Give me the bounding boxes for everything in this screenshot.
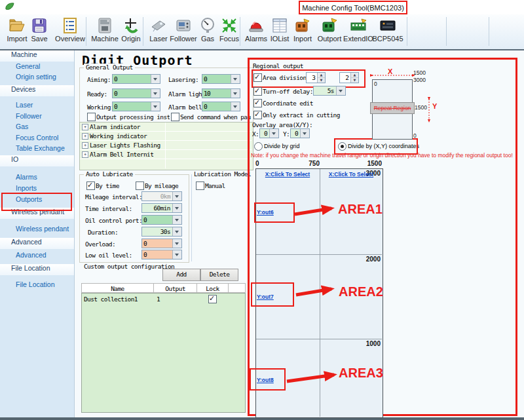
- dropdown-arrow-icon: [172, 239, 181, 248]
- preview-y-max: 3000: [413, 77, 426, 83]
- working-select[interactable]: 0: [112, 102, 160, 111]
- sidebar-header-io[interactable]: IO: [0, 155, 74, 166]
- general-output-label: General Output: [84, 64, 135, 71]
- coordinate-edit-checkbox[interactable]: [253, 99, 262, 107]
- time-interval-select[interactable]: 60min: [141, 203, 182, 213]
- ready-select[interactable]: 0: [112, 88, 160, 98]
- sidebar-item-laser[interactable]: Laser: [0, 101, 74, 112]
- x-select-link-col1[interactable]: X:Click To Select: [265, 171, 310, 178]
- dropdown-arrow-icon: [231, 75, 240, 83]
- turn-off-delay-select[interactable]: 5s: [313, 86, 346, 96]
- sidebar-item-outports[interactable]: Outports: [0, 195, 74, 206]
- toolbar-overview-button[interactable]: Overview: [53, 17, 87, 43]
- column-header-output[interactable]: Output: [153, 283, 197, 293]
- area-division-rows-spinner[interactable]: 3▲▼: [306, 72, 326, 83]
- sidebar-item-focus-control[interactable]: Focus Control: [0, 134, 74, 145]
- sidebar-item-origin-setting[interactable]: Origin setting: [0, 73, 74, 84]
- expand-plus-icon[interactable]: +: [82, 151, 88, 158]
- table-row-lock-checkbox[interactable]: [208, 295, 217, 303]
- toolbar-separator: [446, 17, 447, 46]
- divide-by-xy-radio[interactable]: [338, 142, 346, 151]
- x-select-link-col2[interactable]: X:Click To Select: [329, 171, 373, 178]
- indicator-row-alarm[interactable]: +Alarm indicator: [80, 123, 252, 132]
- sidebar-item-general[interactable]: General: [0, 62, 74, 73]
- expand-plus-icon[interactable]: +: [82, 124, 88, 130]
- expand-plus-icon[interactable]: +: [82, 133, 88, 140]
- overload-label: Overload:: [85, 240, 115, 248]
- oil-control-port-label: Oil control port:: [85, 217, 142, 224]
- sidebar-header-advanced[interactable]: Advanced: [0, 238, 74, 249]
- alarm-bell-label: Alarm bell:: [168, 104, 205, 111]
- column-header-name[interactable]: Name: [81, 283, 154, 293]
- lasering-select[interactable]: 0: [202, 74, 240, 84]
- duration-select[interactable]: 30s: [141, 227, 182, 237]
- sidebar-header-devices[interactable]: Devices: [0, 85, 74, 96]
- divide-by-grid-radio[interactable]: [254, 142, 263, 151]
- sidebar-item-follower[interactable]: Follower: [0, 112, 74, 123]
- overlay-x-label: X:: [252, 130, 259, 138]
- working-label: Working:: [87, 104, 114, 111]
- only-extract-checkbox[interactable]: [253, 111, 262, 119]
- y-out7-link[interactable]: Y:out7: [257, 294, 274, 300]
- overlay-x-select[interactable]: 0: [259, 128, 279, 138]
- sidebar-header-machine[interactable]: Machine: [0, 50, 74, 62]
- ready-label: Ready:: [87, 90, 107, 98]
- custom-output-label: Custom output configuration: [84, 263, 174, 270]
- sidebar-item-advanced[interactable]: Advanced: [0, 251, 74, 262]
- oil-control-port-select[interactable]: 0: [141, 215, 182, 225]
- low-oil-level-select[interactable]: 0: [141, 250, 182, 259]
- by-time-checkbox[interactable]: [86, 181, 95, 190]
- sidebar-header-file-location[interactable]: File Location: [0, 264, 74, 275]
- toolbar-label: BCP5045: [371, 35, 405, 43]
- indicator-list: +Alarm indicator +Working indicator +Las…: [79, 122, 253, 170]
- alarm-light-select[interactable]: 10: [202, 88, 240, 98]
- area-division-checkbox[interactable]: [253, 73, 262, 82]
- indicator-row-working[interactable]: +Working indicator: [80, 132, 252, 141]
- sidebar-item-gas[interactable]: Gas: [0, 123, 74, 134]
- turn-off-delay-checkbox[interactable]: [253, 87, 262, 96]
- manual-checkbox[interactable]: [196, 181, 204, 190]
- add-button[interactable]: Add: [162, 269, 200, 281]
- dropdown-arrow-icon: [336, 86, 345, 95]
- turn-off-delay-label: Turn-off delay:: [263, 88, 313, 95]
- grid-x-label-0: 0: [255, 160, 259, 167]
- column-header-lock[interactable]: Lock: [196, 283, 229, 293]
- sidebar-header-wireless-pendant[interactable]: Wireless pendant: [0, 208, 74, 219]
- toolbar-save-button[interactable]: Save: [24, 17, 54, 43]
- overlay-y-select[interactable]: 0: [290, 128, 310, 138]
- by-mileage-checkbox[interactable]: [136, 181, 144, 190]
- area-division-cols-spinner[interactable]: 2▲▼: [339, 72, 359, 83]
- toolbar-bcp5045-button[interactable]: BCP5045: [371, 17, 405, 43]
- regional-output-label: Regional output: [253, 62, 303, 69]
- sidebar-item-inports[interactable]: Inports: [0, 184, 74, 195]
- delete-button[interactable]: Delete: [200, 269, 238, 281]
- toolbar-separator: [86, 17, 86, 46]
- divide-by-xy-label: Divide by (X,Y) coordinates: [348, 143, 419, 149]
- sidebar-item-file-location[interactable]: File Location: [0, 280, 74, 292]
- dropdown-arrow-icon: [172, 192, 181, 200]
- sidebar-item-alarms[interactable]: Alarms: [0, 173, 74, 184]
- area2-label: AREA2: [339, 284, 383, 299]
- grid-row-divider-1: [256, 254, 382, 255]
- y-out6-link[interactable]: Y:out6: [257, 209, 274, 216]
- aiming-select[interactable]: 0: [112, 74, 160, 84]
- aiming-label: Aiming:: [87, 76, 111, 83]
- overload-select[interactable]: 0: [141, 239, 182, 248]
- alarm-bell-select[interactable]: 0: [202, 102, 240, 111]
- title-highlight-box: Machine Config Tool(BMC1203): [299, 1, 407, 14]
- toolbar-separator: [240, 17, 240, 46]
- indicator-row-laser-flash[interactable]: +Laser Lights Flashing: [80, 141, 252, 150]
- sidebar-item-wireless-pendant[interactable]: Wireless pendant: [0, 225, 74, 236]
- sidebar-item-table-exchange[interactable]: Table Exchange: [0, 144, 74, 155]
- mileage-interval-select[interactable]: 0km: [141, 191, 182, 201]
- title-bar: Machine Config Tool(BMC1203): [0, 0, 524, 15]
- indicator-row-alarm-bell[interactable]: +Alarm Bell Internit: [80, 150, 252, 159]
- expand-plus-icon[interactable]: +: [82, 142, 88, 149]
- send-command-checkbox[interactable]: [171, 113, 179, 121]
- custom-output-table-body[interactable]: [81, 293, 246, 413]
- bcp5045-board-icon: [379, 17, 396, 34]
- y-out8-link[interactable]: Y:out8: [257, 377, 274, 383]
- output-processing-checkbox[interactable]: [87, 113, 96, 121]
- lasering-label: Lasering:: [168, 76, 198, 83]
- toolbar-origin-button[interactable]: Origin: [116, 17, 146, 43]
